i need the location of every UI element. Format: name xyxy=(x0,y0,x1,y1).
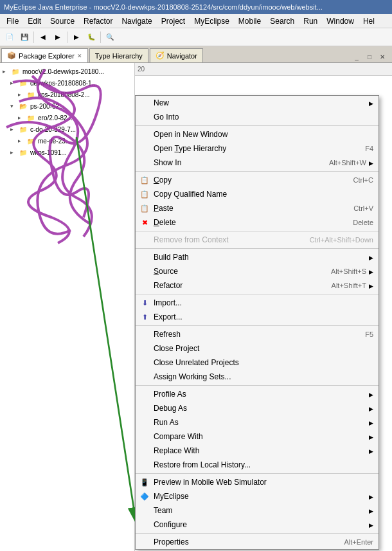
tree-item[interactable]: ▸ 📁 wkps-1091... xyxy=(0,147,134,158)
menu-myeclipse[interactable]: MyEclipse xyxy=(190,15,233,27)
ctx-compare-with-label: Compare With xyxy=(154,432,366,441)
tab-package-explorer[interactable]: 📦 Package Explorer ✕ xyxy=(1,48,88,62)
ctx-refresh[interactable]: Refresh F5 xyxy=(136,327,379,341)
tab-navigator[interactable]: 🧭 Navigator xyxy=(150,48,203,62)
toolbar-back[interactable]: ◀ xyxy=(36,30,50,44)
ctx-copy-qualified[interactable]: 📋 Copy Qualified Name xyxy=(136,187,379,201)
ctx-open-type-hierarchy[interactable]: Open Type Hierarchy F4 xyxy=(136,141,379,156)
ctx-new[interactable]: New xyxy=(136,96,379,110)
ctx-build-path[interactable]: Build Path xyxy=(136,250,379,264)
ctx-show-in-label: Show In xyxy=(154,158,316,167)
ctx-sep-5 xyxy=(136,294,379,294)
menu-source[interactable]: Source xyxy=(46,15,78,27)
ctx-show-in-arrow xyxy=(369,159,373,167)
toolbar-run[interactable]: ▶ xyxy=(69,30,84,44)
ctx-restore-local-history[interactable]: Restore from Local History... xyxy=(136,458,379,472)
tree-item[interactable]: ▸ 📁 kps-20180808-2... xyxy=(0,89,134,100)
ctx-go-into[interactable]: Go Into xyxy=(136,110,379,124)
ctx-profile-as-arrow xyxy=(369,391,373,398)
tree-item-label: c-do-20-329-7... xyxy=(30,126,76,133)
ctx-team[interactable]: Team xyxy=(136,503,379,518)
tree-item[interactable]: ▸ 📁 moocV2.0-devwkps-20180... xyxy=(0,66,134,77)
tree-item-label: ps-200-62... xyxy=(30,103,64,110)
ctx-build-path-label: Build Path xyxy=(154,253,366,262)
toolbar-debug[interactable]: 🐛 xyxy=(84,30,98,44)
ctx-compare-with[interactable]: Compare With xyxy=(136,429,379,444)
tree-item[interactable]: ▸ 📁 devwkps-20180808-1... xyxy=(0,77,134,89)
menu-help[interactable]: Hel xyxy=(359,15,379,27)
toolbar-forward[interactable]: ▶ xyxy=(51,30,65,44)
ctx-properties[interactable]: Properties Alt+Enter xyxy=(136,535,379,549)
ctx-run-as[interactable]: Run As xyxy=(136,415,379,429)
folder-icon: 📁 xyxy=(26,113,36,122)
menu-edit[interactable]: Edit xyxy=(24,15,45,27)
tab-package-explorer-close[interactable]: ✕ xyxy=(77,53,82,59)
ctx-sep-6 xyxy=(136,325,379,326)
ctx-source[interactable]: Source Alt+Shift+S xyxy=(136,264,379,278)
ctx-paste-icon: 📋 xyxy=(139,203,150,213)
title-text: MyEclipse Java Enterprise - moocV2.0-dev… xyxy=(4,3,323,11)
ctx-paste[interactable]: 📋 Paste Ctrl+V xyxy=(136,201,379,215)
tree-arrow: ▾ xyxy=(10,103,18,109)
ctx-configure[interactable]: Configure xyxy=(136,518,379,532)
ctx-export[interactable]: ⬆ Export... xyxy=(136,310,379,324)
tab-close-icon[interactable]: ✕ xyxy=(377,51,388,62)
menu-run[interactable]: Run xyxy=(299,15,321,27)
ctx-debug-as[interactable]: Debug As xyxy=(136,401,379,415)
tree-item[interactable]: ▸ 📁 c-do-20-329-7... xyxy=(0,123,134,135)
ctx-refactor-label: Refactor xyxy=(154,281,319,290)
ctx-preview-mobile-label: Preview in Mobile Web Simulator xyxy=(154,478,373,487)
ctx-properties-shortcut: Alt+Enter xyxy=(344,538,373,546)
ctx-preview-mobile[interactable]: 📱 Preview in Mobile Web Simulator xyxy=(136,475,379,489)
ctx-myeclipse[interactable]: 🔷 MyEclipse xyxy=(136,489,379,503)
toolbar-search[interactable]: 🔍 xyxy=(103,30,117,44)
toolbar-save[interactable]: 💾 xyxy=(17,30,31,44)
ctx-copy[interactable]: 📋 Copy Ctrl+C xyxy=(136,173,379,187)
tab-type-hierarchy[interactable]: Type Hierarchy xyxy=(89,48,148,62)
ctx-show-in-shortcut: Alt+Shift+W xyxy=(329,159,366,167)
tree-item-label: moocV2.0-devwkps-20180... xyxy=(22,68,104,75)
menu-navigate[interactable]: Navigate xyxy=(118,15,156,27)
tree-item[interactable]: ▸ 📁 me-de-23... xyxy=(0,135,134,147)
folder-icon: 📁 xyxy=(26,136,36,145)
ctx-copy-qualified-icon: 📋 xyxy=(139,189,150,199)
menu-mobile[interactable]: Mobile xyxy=(235,15,265,27)
ctx-assign-working-sets[interactable]: Assign Working Sets... xyxy=(136,370,379,384)
ctx-configure-label: Configure xyxy=(154,520,366,529)
ctx-close-project-label: Close Project xyxy=(154,344,373,353)
ctx-replace-with[interactable]: Replace With xyxy=(136,444,379,458)
tree-arrow: ▸ xyxy=(10,80,18,86)
menu-refactor[interactable]: Refactor xyxy=(80,15,116,27)
menu-bar: File Edit Source Refactor Navigate Proje… xyxy=(0,14,392,28)
ctx-close-project[interactable]: Close Project xyxy=(136,341,379,356)
toolbar-sep-1 xyxy=(33,32,34,43)
toolbar-new[interactable]: 📄 xyxy=(3,30,17,44)
tab-max-icon[interactable]: □ xyxy=(364,51,375,62)
ctx-open-new-window[interactable]: Open in New Window xyxy=(136,127,379,141)
ctx-source-arrow xyxy=(369,268,373,275)
menu-window[interactable]: Window xyxy=(323,15,358,27)
tree-item[interactable]: ▾ 📂 ps-200-62... xyxy=(0,100,134,112)
ctx-copy-shortcut: Ctrl+C xyxy=(353,176,373,184)
ctx-export-label: Export... xyxy=(154,312,373,321)
ctx-show-in[interactable]: Show In Alt+Shift+W xyxy=(136,156,379,170)
ctx-refactor[interactable]: Refactor Alt+Shift+T xyxy=(136,278,379,293)
ctx-close-unrelated[interactable]: Close Unrelated Projects xyxy=(136,356,379,370)
ctx-remove-context-shortcut: Ctrl+Alt+Shift+Down xyxy=(310,236,373,244)
ctx-sep-1 xyxy=(136,125,379,126)
ctx-team-arrow xyxy=(369,507,373,514)
ctx-myeclipse-icon: 🔷 xyxy=(139,491,150,501)
menu-project[interactable]: Project xyxy=(157,15,189,27)
tree-item[interactable]: ▸ 📁 ero/2.0-82... xyxy=(0,112,134,123)
menu-search[interactable]: Search xyxy=(266,15,298,27)
folder-icon: 📁 xyxy=(26,90,36,99)
ctx-remove-context[interactable]: Remove from Context Ctrl+Alt+Shift+Down xyxy=(136,233,379,247)
tab-package-explorer-label: Package Explorer xyxy=(19,52,75,60)
toolbar: 📄 💾 ◀ ▶ ▶ 🐛 🔍 xyxy=(0,28,392,46)
ctx-import[interactable]: ⬇ Import... xyxy=(136,296,379,310)
tab-min-icon[interactable]: _ xyxy=(351,51,362,62)
menu-file[interactable]: File xyxy=(3,15,22,27)
ctx-delete[interactable]: ✖ Delete Delete xyxy=(136,215,379,230)
ctx-profile-as[interactable]: Profile As xyxy=(136,387,379,401)
ctx-preview-mobile-icon: 📱 xyxy=(139,477,150,487)
